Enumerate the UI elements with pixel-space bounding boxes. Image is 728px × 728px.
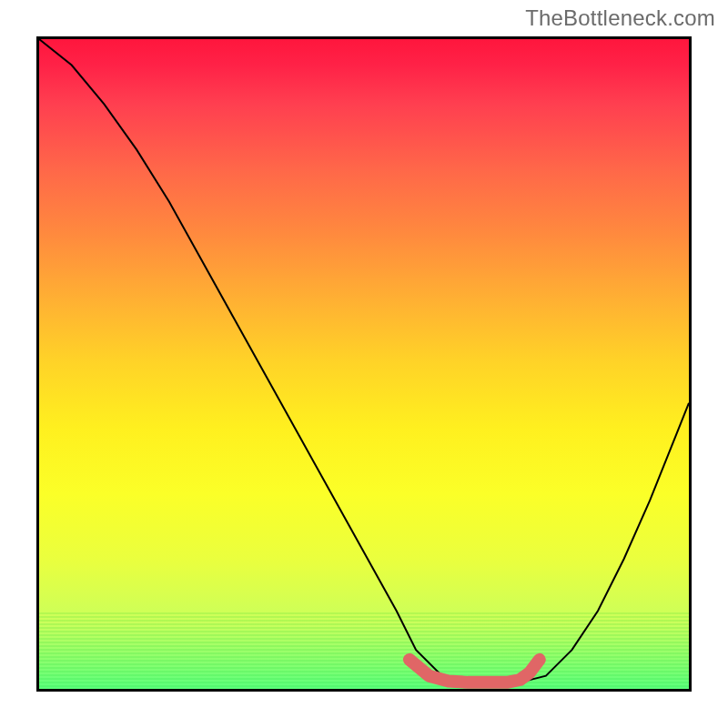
curve-layer	[39, 39, 689, 689]
plot-area	[36, 36, 692, 692]
attribution-label: TheBottleneck.com	[525, 5, 715, 31]
optimal-marker-dot	[404, 653, 416, 665]
chart-container: TheBottleneck.com	[0, 0, 728, 728]
bottleneck-curve	[39, 39, 689, 682]
